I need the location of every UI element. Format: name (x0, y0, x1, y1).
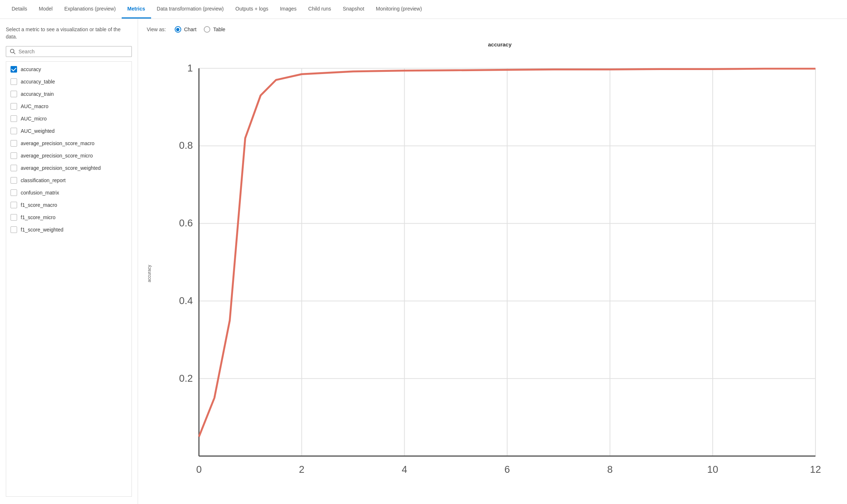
top-navigation: DetailsModelExplanations (preview)Metric… (0, 0, 847, 19)
svg-text:0.8: 0.8 (179, 140, 193, 151)
svg-text:6: 6 (504, 464, 510, 475)
metric-checkbox-accuracy_train[interactable] (11, 91, 17, 97)
tab-details[interactable]: Details (6, 0, 33, 19)
metric-label-AUC_micro: AUC_micro (21, 116, 47, 122)
metric-checkbox-f1_score_micro[interactable] (11, 214, 17, 221)
view-as-label: View as: (147, 26, 166, 32)
list-item[interactable]: AUC_macro (6, 100, 131, 112)
tab-explanations[interactable]: Explanations (preview) (58, 0, 122, 19)
metric-checkbox-classification_report[interactable] (11, 177, 17, 184)
radio-chart-circle (175, 26, 181, 33)
metric-label-classification_report: classification_report (21, 177, 66, 183)
metrics-list: accuracyaccuracy_tableaccuracy_trainAUC_… (6, 62, 131, 496)
metric-checkbox-accuracy_table[interactable] (11, 78, 17, 85)
metric-label-AUC_macro: AUC_macro (21, 103, 48, 109)
list-item[interactable]: average_precision_score_micro (6, 149, 131, 162)
metric-checkbox-f1_score_macro[interactable] (11, 202, 17, 208)
svg-text:0.4: 0.4 (179, 295, 193, 306)
search-input[interactable] (19, 49, 128, 54)
tab-model[interactable]: Model (33, 0, 58, 19)
metric-label-f1_score_weighted: f1_score_weighted (21, 227, 64, 233)
metric-checkbox-AUC_micro[interactable] (11, 115, 17, 122)
main-layout: Select a metric to see a visualization o… (0, 19, 847, 504)
metric-label-average_precision_score_micro: average_precision_score_micro (21, 153, 93, 159)
metric-label-accuracy: accuracy (21, 66, 41, 72)
metric-checkbox-average_precision_score_micro[interactable] (11, 152, 17, 159)
radio-table[interactable]: Table (204, 26, 225, 33)
list-item[interactable]: average_precision_score_weighted (6, 162, 131, 174)
list-item[interactable]: AUC_micro (6, 112, 131, 125)
svg-line-1 (14, 53, 15, 54)
metric-label-accuracy_table: accuracy_table (21, 79, 55, 85)
metric-label-average_precision_score_weighted: average_precision_score_weighted (21, 165, 101, 171)
chart-container: accuracy accuracy 0.20.40.60.81024681012 (147, 41, 838, 497)
svg-text:0.6: 0.6 (179, 217, 193, 229)
list-item[interactable]: accuracy_train (6, 88, 131, 100)
svg-text:0.2: 0.2 (179, 373, 193, 384)
list-item[interactable]: AUC_weighted (6, 125, 131, 137)
svg-text:10: 10 (707, 464, 718, 475)
svg-text:4: 4 (402, 464, 407, 475)
tab-data-transformation[interactable]: Data transformation (preview) (151, 0, 230, 19)
search-icon (10, 49, 16, 54)
content-area: View as: Chart Table accuracy accuracy (138, 19, 847, 504)
list-item[interactable]: f1_score_weighted (6, 224, 131, 236)
metric-label-average_precision_score_macro: average_precision_score_macro (21, 140, 94, 146)
metric-label-accuracy_train: accuracy_train (21, 91, 54, 97)
metric-checkbox-accuracy[interactable] (11, 66, 17, 73)
radio-chart-label: Chart (184, 26, 196, 32)
y-axis-label: accuracy (147, 50, 152, 497)
list-item[interactable]: f1_score_macro (6, 199, 131, 211)
radio-group: Chart Table (175, 26, 226, 33)
tab-monitoring[interactable]: Monitoring (preview) (370, 0, 428, 19)
tab-metrics[interactable]: Metrics (122, 0, 151, 19)
search-box[interactable] (6, 46, 132, 57)
list-item[interactable]: confusion_matrix (6, 187, 131, 199)
chart-title: accuracy (161, 41, 838, 48)
metric-label-f1_score_micro: f1_score_micro (21, 214, 56, 220)
metric-checkbox-f1_score_weighted[interactable] (11, 226, 17, 233)
accuracy-chart: 0.20.40.60.81024681012 (153, 50, 838, 497)
metric-label-confusion_matrix: confusion_matrix (21, 190, 59, 196)
chart-svg-container: 0.20.40.60.81024681012 (153, 50, 838, 497)
radio-table-label: Table (213, 26, 225, 32)
sidebar-description: Select a metric to see a visualization o… (6, 26, 132, 40)
svg-text:8: 8 (607, 464, 613, 475)
metric-checkbox-AUC_macro[interactable] (11, 103, 17, 110)
radio-chart[interactable]: Chart (175, 26, 196, 33)
sidebar: Select a metric to see a visualization o… (0, 19, 138, 504)
svg-text:12: 12 (810, 464, 821, 475)
list-item[interactable]: accuracy (6, 63, 131, 75)
tab-outputs-logs[interactable]: Outputs + logs (230, 0, 274, 19)
chart-area: accuracy 0.20.40.60.81024681012 (147, 50, 838, 497)
view-as-row: View as: Chart Table (147, 26, 838, 33)
svg-text:1: 1 (187, 62, 193, 74)
metric-checkbox-average_precision_score_macro[interactable] (11, 140, 17, 147)
metric-checkbox-confusion_matrix[interactable] (11, 189, 17, 196)
list-item[interactable]: f1_score_micro (6, 211, 131, 224)
metrics-list-container: accuracyaccuracy_tableaccuracy_trainAUC_… (6, 61, 132, 497)
list-item[interactable]: classification_report (6, 174, 131, 187)
radio-table-circle (204, 26, 210, 33)
tab-images[interactable]: Images (274, 0, 303, 19)
metric-label-AUC_weighted: AUC_weighted (21, 128, 54, 134)
svg-text:0: 0 (196, 464, 202, 475)
metric-checkbox-AUC_weighted[interactable] (11, 128, 17, 134)
svg-text:2: 2 (299, 464, 304, 475)
list-item[interactable]: average_precision_score_macro (6, 137, 131, 149)
metric-checkbox-average_precision_score_weighted[interactable] (11, 165, 17, 171)
list-item[interactable]: accuracy_table (6, 75, 131, 88)
tab-child-runs[interactable]: Child runs (303, 0, 337, 19)
tab-snapshot[interactable]: Snapshot (337, 0, 370, 19)
metric-label-f1_score_macro: f1_score_macro (21, 202, 57, 208)
